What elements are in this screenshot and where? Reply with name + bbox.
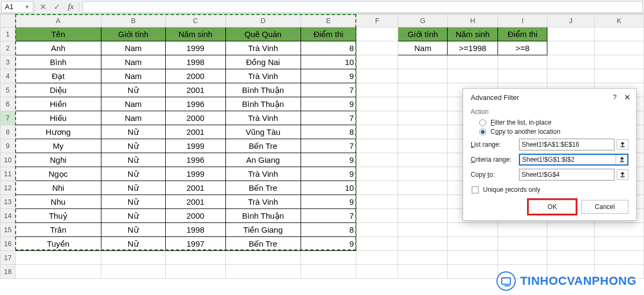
row-header[interactable]: 7 [1, 111, 16, 125]
column-header[interactable]: G [398, 15, 448, 27]
column-header[interactable]: C [165, 15, 225, 27]
table-cell[interactable]: Nữ [101, 195, 165, 209]
table-cell[interactable]: Nhi [15, 181, 101, 195]
table-cell[interactable]: Nữ [101, 167, 165, 181]
table-cell[interactable]: Bến Tre [225, 181, 301, 195]
table-cell[interactable]: 9 [301, 167, 356, 181]
cell[interactable] [15, 251, 101, 265]
formula-input[interactable] [83, 1, 643, 13]
table-cell[interactable]: 7 [301, 83, 356, 97]
cell[interactable] [225, 265, 301, 279]
cell[interactable] [101, 251, 165, 265]
cell[interactable] [595, 251, 644, 265]
cell[interactable] [165, 251, 225, 265]
cell[interactable] [448, 237, 498, 251]
row-header[interactable]: 8 [1, 125, 16, 139]
column-header[interactable]: F [356, 15, 398, 27]
table-cell[interactable]: Nữ [101, 125, 165, 139]
column-header[interactable]: J [547, 15, 595, 27]
collapse-dialog-icon[interactable] [616, 155, 627, 164]
cell[interactable] [448, 265, 498, 279]
cell[interactable] [398, 97, 448, 111]
row-header[interactable]: 10 [1, 153, 16, 167]
cell[interactable] [595, 55, 644, 69]
table-cell[interactable]: Nữ [101, 237, 165, 251]
name-box[interactable]: A1 ▼ [1, 1, 33, 13]
cell[interactable] [301, 265, 356, 279]
table-cell[interactable]: 7 [301, 139, 356, 153]
cell[interactable] [448, 69, 498, 83]
cell[interactable] [595, 237, 644, 251]
table-header-cell[interactable]: Quê Quán [225, 27, 301, 41]
cell[interactable] [595, 27, 644, 41]
cell[interactable] [356, 223, 398, 237]
row-header[interactable]: 13 [1, 195, 16, 209]
table-cell[interactable]: Nghi [15, 153, 101, 167]
cell[interactable] [448, 223, 498, 237]
cell[interactable] [356, 181, 398, 195]
cell[interactable] [398, 209, 448, 223]
select-all-corner[interactable] [1, 15, 16, 27]
table-cell[interactable]: 8 [301, 223, 356, 237]
row-header[interactable]: 12 [1, 181, 16, 195]
cell[interactable] [356, 195, 398, 209]
cell[interactable] [356, 167, 398, 181]
row-header[interactable]: 5 [1, 83, 16, 97]
row-header[interactable]: 9 [1, 139, 16, 153]
cell[interactable] [356, 265, 398, 279]
cell[interactable] [398, 251, 448, 265]
table-header-cell[interactable]: Tên [15, 27, 101, 41]
cell[interactable] [356, 111, 398, 125]
cell[interactable] [398, 237, 448, 251]
criteria-range-input[interactable]: Sheet1!$G$1:$I$2 [519, 154, 628, 166]
table-cell[interactable]: Nữ [101, 209, 165, 223]
criteria-header-cell[interactable]: Điểm thi [498, 27, 547, 41]
column-header[interactable]: E [301, 15, 356, 27]
list-range-input[interactable]: Sheet1!$A$1:$E$16 [519, 139, 614, 150]
row-header[interactable]: 3 [1, 55, 16, 69]
cell[interactable] [448, 251, 498, 265]
table-cell[interactable]: 7 [301, 209, 356, 223]
table-cell[interactable]: 10 [301, 55, 356, 69]
row-header[interactable]: 15 [1, 223, 16, 237]
table-cell[interactable]: Bình Thuận [225, 209, 301, 223]
table-cell[interactable]: Bình Thuận [225, 97, 301, 111]
table-cell[interactable]: Trà Vinh [225, 41, 301, 55]
cell[interactable] [15, 265, 101, 279]
cell[interactable] [398, 83, 448, 97]
column-header[interactable]: K [595, 15, 644, 27]
cancel-formula-button[interactable]: ✕ [36, 0, 50, 14]
cell[interactable] [356, 209, 398, 223]
table-cell[interactable]: Nữ [101, 83, 165, 97]
table-cell[interactable]: Nam [101, 55, 165, 69]
table-cell[interactable]: 2000 [165, 111, 225, 125]
cell[interactable] [225, 251, 301, 265]
collapse-dialog-icon[interactable] [617, 169, 628, 180]
column-header[interactable]: I [498, 15, 547, 27]
cell[interactable] [356, 237, 398, 251]
table-cell[interactable]: Anh [15, 41, 101, 55]
close-icon[interactable]: ✕ [624, 93, 631, 102]
table-cell[interactable]: Bình Thuận [225, 83, 301, 97]
cell[interactable] [356, 69, 398, 83]
table-cell[interactable]: Bến Tre [225, 139, 301, 153]
cell[interactable] [498, 237, 547, 251]
table-cell[interactable]: 8 [301, 125, 356, 139]
column-header[interactable]: H [448, 15, 498, 27]
criteria-cell[interactable]: Nam [398, 41, 448, 55]
row-header[interactable]: 18 [1, 265, 16, 279]
cell[interactable] [356, 251, 398, 265]
table-header-cell[interactable]: Năm sinh [165, 27, 225, 41]
table-cell[interactable]: Hương [15, 125, 101, 139]
copy-to-input[interactable]: Sheet1!$G$4 [519, 169, 614, 181]
cell[interactable] [498, 251, 547, 265]
table-cell[interactable]: An Giang [225, 153, 301, 167]
table-cell[interactable]: Tuyền [15, 237, 101, 251]
row-header[interactable]: 6 [1, 97, 16, 111]
cell[interactable] [398, 167, 448, 181]
cell[interactable] [356, 139, 398, 153]
table-cell[interactable]: Diệu [15, 83, 101, 97]
row-header[interactable]: 17 [1, 251, 16, 265]
table-cell[interactable]: 2001 [165, 125, 225, 139]
table-cell[interactable]: 9 [301, 97, 356, 111]
